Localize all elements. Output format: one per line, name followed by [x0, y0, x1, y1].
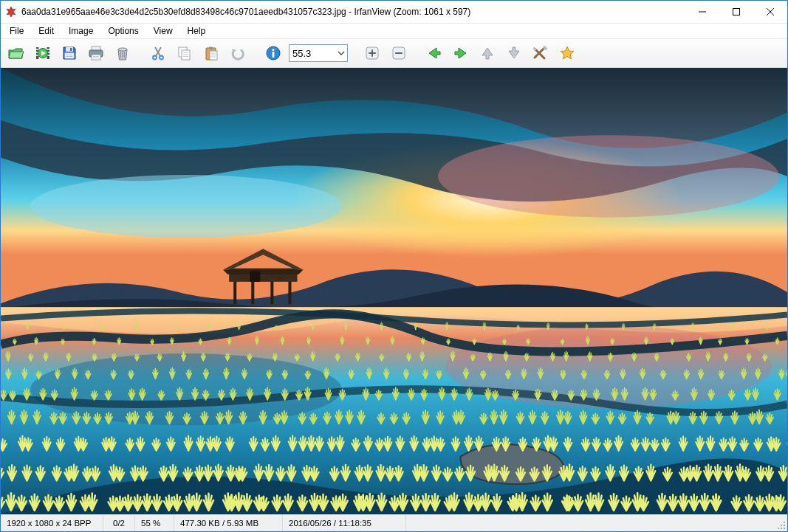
svg-rect-23 — [123, 52, 123, 58]
svg-point-26 — [160, 56, 163, 60]
menu-edit[interactable]: Edit — [32, 24, 60, 38]
copy-button[interactable] — [174, 42, 196, 64]
window-title: 6aa0da31e965aae46e3c3de4d2c5b30efd8d8349… — [21, 7, 470, 17]
info-button[interactable] — [262, 42, 284, 64]
zoom-combobox[interactable] — [289, 44, 348, 62]
print-button[interactable] — [85, 42, 107, 64]
cut-button[interactable] — [147, 42, 169, 64]
toolbar — [1, 38, 787, 68]
svg-point-25 — [153, 56, 157, 60]
svg-rect-56 — [250, 272, 260, 282]
svg-rect-2 — [36, 49, 39, 50]
slideshow-button[interactable] — [32, 42, 54, 64]
status-zoom: 55 % — [135, 515, 174, 531]
app-window: 6aa0da31e965aae46e3c3de4d2c5b30efd8d8349… — [0, 0, 788, 532]
zoom-input[interactable] — [289, 44, 348, 62]
svg-rect-24 — [124, 52, 125, 58]
svg-rect-51 — [233, 279, 236, 304]
save-button[interactable] — [58, 42, 80, 64]
svg-point-61 — [781, 525, 782, 526]
status-index: 0/2 — [103, 515, 135, 531]
svg-point-60 — [778, 528, 779, 529]
next-image-button[interactable] — [450, 42, 472, 64]
svg-point-59 — [784, 525, 785, 526]
svg-point-47 — [30, 175, 342, 238]
favorite-button[interactable] — [556, 42, 578, 64]
status-filesize: 477.30 KB / 5.93 MB — [174, 515, 283, 531]
prev-image-button[interactable] — [423, 42, 445, 64]
svg-rect-52 — [251, 279, 254, 304]
menubar: File Edit Image Options View Help — [1, 24, 787, 38]
svg-rect-37 — [211, 57, 216, 58]
svg-rect-20 — [93, 58, 99, 58]
svg-rect-14 — [66, 56, 73, 57]
svg-rect-18 — [92, 55, 100, 60]
svg-rect-53 — [270, 279, 273, 304]
delete-button[interactable] — [112, 42, 134, 64]
svg-rect-6 — [47, 49, 50, 50]
svg-rect-13 — [66, 55, 73, 55]
zoom-out-button[interactable] — [388, 42, 410, 64]
svg-rect-12 — [65, 53, 74, 58]
svg-rect-0 — [733, 9, 740, 15]
undo-button[interactable] — [227, 42, 249, 64]
maximize-button[interactable] — [719, 1, 753, 23]
svg-rect-11 — [70, 48, 72, 51]
svg-point-62 — [784, 522, 785, 523]
svg-rect-36 — [211, 55, 216, 55]
svg-rect-22 — [120, 52, 121, 58]
status-spacer — [406, 515, 772, 531]
menu-view[interactable]: View — [148, 24, 179, 38]
titlebar: 6aa0da31e965aae46e3c3de4d2c5b30efd8d8349… — [1, 1, 787, 24]
svg-rect-35 — [211, 53, 216, 54]
image-viewport[interactable] — [1, 68, 787, 514]
svg-point-58 — [781, 528, 782, 529]
paste-button[interactable] — [200, 42, 222, 64]
settings-button[interactable] — [530, 42, 552, 64]
svg-point-46 — [438, 135, 779, 217]
resize-grip[interactable] — [772, 515, 787, 531]
svg-rect-29 — [183, 52, 188, 53]
svg-rect-40 — [273, 52, 275, 58]
status-dimensions: 1920 x 1080 x 24 BPP — [1, 515, 103, 531]
svg-rect-19 — [93, 56, 99, 57]
svg-rect-30 — [183, 55, 188, 55]
statusbar: 1920 x 1080 x 24 BPP 0/2 55 % 477.30 KB … — [1, 514, 787, 531]
app-icon — [5, 6, 17, 18]
svg-point-17 — [100, 52, 102, 53]
svg-point-50 — [30, 353, 342, 425]
close-button[interactable] — [753, 1, 787, 23]
zoom-in-button[interactable] — [361, 42, 383, 64]
svg-point-39 — [272, 49, 274, 51]
svg-rect-31 — [183, 56, 188, 57]
svg-point-21 — [118, 48, 127, 51]
svg-rect-33 — [209, 47, 213, 49]
menu-file[interactable]: File — [4, 24, 30, 38]
status-datetime: 2016/05/26 / 11:18:35 — [283, 515, 406, 531]
next-page-button[interactable] — [503, 42, 525, 64]
svg-rect-54 — [288, 279, 291, 304]
menu-help[interactable]: Help — [182, 24, 212, 38]
menu-options[interactable]: Options — [102, 24, 144, 38]
prev-page-button[interactable] — [476, 42, 499, 64]
displayed-image — [1, 68, 787, 514]
minimize-button[interactable] — [685, 1, 719, 23]
menu-image[interactable]: Image — [63, 24, 99, 38]
open-button[interactable] — [5, 42, 27, 64]
svg-point-57 — [784, 528, 785, 529]
